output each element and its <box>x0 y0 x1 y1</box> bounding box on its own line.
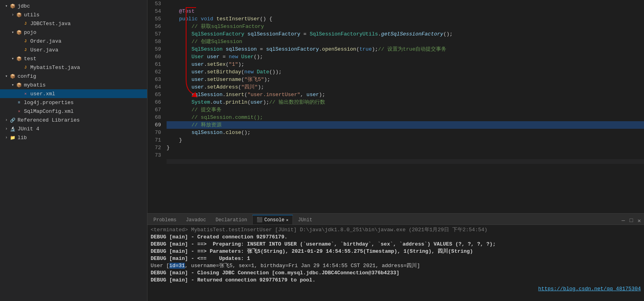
editor-scrollbar[interactable] <box>167 159 644 164</box>
label-reflibs: Referenced Libraries <box>18 117 80 123</box>
console-line-5: User [id=31, username=张飞5, sex=1, birthd… <box>151 262 641 270</box>
console-line-7: DEBUG [main] - Returned connection 92977… <box>151 277 641 284</box>
label-order: Order.java <box>30 38 61 44</box>
tree-item-jdbctest[interactable]: J JDBCTest.java <box>0 19 147 28</box>
java-icon-order: J <box>22 38 29 44</box>
code-line-56: // 获取sqlSessionFactory <box>167 23 644 30</box>
ln-57: 57 <box>149 30 161 38</box>
ln-66: 66 <box>149 98 161 106</box>
tree-item-order[interactable]: J Order.java <box>0 37 147 45</box>
panel-controls: — □ ✕ <box>620 217 642 224</box>
code-content-area[interactable]: @Test public void testInsertUser() { // … <box>164 0 644 213</box>
maximize-panel-button[interactable]: □ <box>628 217 634 224</box>
tree-item-reflibs[interactable]: 🔗 Referenced Libraries <box>0 116 147 124</box>
tab-problems[interactable]: Problems <box>149 215 181 224</box>
console-line-3: DEBUG [main] - ==> Parameters: 张飞5(Strin… <box>151 248 641 255</box>
ln-64: 64 <box>149 83 161 91</box>
label-user: User.java <box>30 47 58 53</box>
tree-item-mybatis[interactable]: 📦 mybatis <box>0 81 147 89</box>
arrow-config <box>3 74 10 79</box>
minimize-panel-button[interactable]: — <box>620 217 626 224</box>
code-line-67: // 提交事务 <box>167 106 644 114</box>
tree-item-utils[interactable]: 📦 utils <box>0 10 147 19</box>
label-jdbctest: JDBCTest.java <box>30 21 71 27</box>
tab-console[interactable]: ⬛ Console ✕ <box>252 215 293 224</box>
code-line-66: System.out.println(user);// 输出数控影响的行数 <box>167 98 644 106</box>
tree-item-pojo[interactable]: 📦 pojo <box>0 28 147 37</box>
label-pojo: pojo <box>24 30 36 35</box>
ln-63: 63 <box>149 76 161 83</box>
tree-item-userxml[interactable]: ✕ user.xml <box>0 89 147 98</box>
code-line-55: public void testInsertUser() { <box>167 15 644 23</box>
tree-item-test[interactable]: 📦 test <box>0 54 147 63</box>
package-icon-utils: 📦 <box>16 12 22 18</box>
tree-item-mybatistest[interactable]: J MybatisTest.java <box>0 63 147 72</box>
folder-icon-lib: 📁 <box>10 134 16 141</box>
arrow-jdbc <box>3 4 10 8</box>
code-line-57: SqlSessionFactory sqlSessionFactory = Sq… <box>167 30 644 38</box>
package-icon-test: 📦 <box>16 55 22 62</box>
package-icon-mybatis: 📦 <box>16 82 22 88</box>
tree-item-jdbc[interactable]: 📦 jdbc <box>0 2 147 10</box>
code-line-71: } <box>167 136 644 144</box>
main-container: 📦 jdbc 📦 utils J JDBCTest.java 📦 pojo J … <box>0 0 644 301</box>
arrow-pojo <box>10 30 16 35</box>
tab-junit[interactable]: JUnit <box>294 215 317 224</box>
close-panel-button[interactable]: ✕ <box>636 217 642 224</box>
blog-link[interactable]: https://blog.csdn.net/qq_48175304 <box>538 285 641 293</box>
ln-55: 55 <box>149 15 161 23</box>
java-icon-user: J <box>22 47 29 53</box>
arrow-lib <box>3 136 10 140</box>
tree-item-lib[interactable]: 📁 lib <box>0 133 147 142</box>
lib-icon-reflibs: 🔗 <box>10 117 16 123</box>
user-id-highlight: id=31 <box>169 263 185 269</box>
ln-56: 56 <box>149 23 161 30</box>
java-icon-mybatistest: J <box>22 64 29 71</box>
file-tree-sidebar: 📦 jdbc 📦 utils J JDBCTest.java 📦 pojo J … <box>0 0 147 301</box>
tab-console-label: Console <box>264 217 284 223</box>
code-line-73 <box>167 151 644 159</box>
ln-53: 53 <box>149 0 161 8</box>
console-terminated-line: <terminated> MybatisTest.testInsertUser … <box>151 226 641 234</box>
ln-73: 73 <box>149 151 161 159</box>
label-sqlmapconfig: SqlMapConfig.xml <box>24 108 74 114</box>
code-line-63: user.setUsername("张飞5"); <box>167 76 644 83</box>
tab-declaration[interactable]: Declaration <box>211 215 251 224</box>
xml-icon-userxml: ✕ <box>22 90 29 97</box>
code-line-53 <box>167 0 644 8</box>
console-output: <terminated> MybatisTest.testInsertUser … <box>147 225 644 301</box>
panel-tabs: Problems Javadoc Declaration ⬛ Console ✕… <box>147 214 644 225</box>
tree-item-config[interactable]: 📦 config <box>0 72 147 81</box>
ln-60: 60 <box>149 53 161 61</box>
ln-59: 59 <box>149 45 161 53</box>
label-jdbc: jdbc <box>18 3 30 9</box>
ln-65: 65 <box>149 91 161 98</box>
ln-61: 61 <box>149 61 161 68</box>
java-icon-jdbctest: J <box>22 20 29 27</box>
console-line-2: DEBUG [main] - ==> Preparing: INSERT INT… <box>151 241 641 248</box>
console-active-indicator: ✕ <box>286 218 289 222</box>
tab-javadoc[interactable]: Javadoc <box>182 215 210 224</box>
console-line-1: DEBUG [main] - Created connection 929776… <box>151 234 641 241</box>
tree-item-junit4[interactable]: 🔬 JUnit 4 <box>0 124 147 133</box>
tab-declaration-label: Declaration <box>216 217 247 223</box>
code-line-61: user.setSex("1"); <box>167 61 644 68</box>
code-editor: 53 54 55 56 57 58 59 60 61 62 63 64 65 6… <box>147 0 644 213</box>
tree-item-log4j[interactable]: ≡ log4j.properties <box>0 98 147 107</box>
package-icon-jdbc: 📦 <box>10 3 16 9</box>
junit-icon: 🔬 <box>10 126 16 132</box>
console-icon: ⬛ <box>257 217 263 223</box>
tree-item-sqlmapconfig[interactable]: ✕ SqlMapConfig.xml <box>0 107 147 116</box>
tree-item-user[interactable]: J User.java <box>0 45 147 54</box>
label-mybatis: mybatis <box>24 82 46 88</box>
editor-area: 53 54 55 56 57 58 59 60 61 62 63 64 65 6… <box>147 0 644 301</box>
tab-problems-label: Problems <box>153 217 177 223</box>
code-line-68: // sqlSession.commit(); <box>167 114 644 121</box>
arrow-test <box>10 56 16 61</box>
label-test: test <box>24 56 36 62</box>
code-line-70: sqlSession.close(); <box>167 129 644 136</box>
label-userxml: user.xml <box>30 91 55 97</box>
ln-54: 54 <box>149 8 161 15</box>
label-log4j: log4j.properties <box>24 100 74 106</box>
ln-72: 72 <box>149 144 161 151</box>
